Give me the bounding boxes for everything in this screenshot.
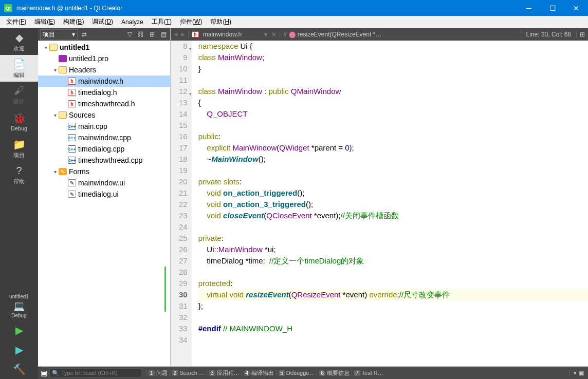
mode-edit[interactable]: 📄编辑 xyxy=(0,55,38,82)
cpp-icon: c++ xyxy=(68,157,76,164)
sidebar-header: 项目▾ ⇄ ▽ ⛓ ⊞ ▤ xyxy=(38,28,170,41)
menu-文件F[interactable]: 文件(F) xyxy=(2,16,30,28)
tree-item-timeshowthread.h[interactable]: htimeshowthread.h xyxy=(38,98,170,109)
locator-input[interactable]: 🔍 Type to locate (Ctrl+K) xyxy=(49,368,142,377)
tree-item-mainwindow.cpp[interactable]: c++mainwindow.cpp xyxy=(38,132,170,143)
locator-placeholder: Type to locate (Ctrl+K) xyxy=(61,370,118,376)
panel-close-icon[interactable]: ▣ xyxy=(579,370,584,376)
project-tree[interactable]: ▾untitled1untitled1.pro▾Headershmainwind… xyxy=(38,41,170,366)
tree-item-timedialog.h[interactable]: htimedialog.h xyxy=(38,87,170,98)
split-icon[interactable]: ▤ xyxy=(159,30,168,39)
toggle-sidebar-button[interactable]: ▣ xyxy=(38,369,49,377)
app-icon: Qt xyxy=(4,4,12,12)
maximize-button[interactable]: ☐ xyxy=(541,0,564,16)
folder-icon xyxy=(49,44,58,51)
link-icon[interactable]: ⛓ xyxy=(136,30,145,39)
file-icon: h xyxy=(192,31,199,37)
ui-icon: ✎ xyxy=(68,191,76,198)
output-pane-2[interactable]: 2Search … xyxy=(170,369,207,377)
menu-调试D[interactable]: 调试(D) xyxy=(88,16,117,28)
tree-item-timeshowthread.cpp[interactable]: c++timeshowthread.cpp xyxy=(38,155,170,166)
sidebar-view-selector[interactable]: 项目▾ xyxy=(40,29,78,40)
menu-bar: 文件(F)编辑(E)构建(B)调试(D)Analyze工具(T)控件(W)帮助(… xyxy=(0,16,588,28)
sidebar-title: 项目 xyxy=(43,30,55,39)
output-pane-4[interactable]: 4编译输出 xyxy=(242,369,277,377)
menu-编辑E[interactable]: 编辑(E) xyxy=(30,16,59,28)
mode-help[interactable]: ?帮助 xyxy=(0,162,38,188)
build-button[interactable]: 🔨 xyxy=(0,359,38,379)
tree-item-Headers[interactable]: ▾Headers xyxy=(38,64,170,75)
mode-projects[interactable]: 📁项目 xyxy=(0,135,38,162)
status-bar: ▣ 🔍 Type to locate (Ctrl+K) 1问题2Search …… xyxy=(38,367,588,379)
form-icon: ✎ xyxy=(59,168,67,175)
editor-header: ◄ ► h mainwindow.h ▾ ✕ # ⬤ resizeEvent(Q… xyxy=(171,28,588,41)
tree-item-main.cpp[interactable]: c++main.cpp xyxy=(38,121,170,132)
folder-icon xyxy=(59,66,67,73)
output-pane-3[interactable]: 3应用程… xyxy=(207,369,242,377)
mode-debug[interactable]: 🐞Debug xyxy=(0,108,38,135)
close-button[interactable]: ✕ xyxy=(564,0,588,16)
file-close-icon[interactable]: ✕ xyxy=(271,31,277,38)
kit-name: untitled1 xyxy=(0,294,38,299)
output-pane-6[interactable]: 6概要信息 xyxy=(317,369,352,377)
menu-构建B[interactable]: 构建(B) xyxy=(59,16,88,28)
nav-fwd-icon[interactable]: ► xyxy=(180,31,186,38)
tree-item-mainwindow.ui[interactable]: ✎mainwindow.ui xyxy=(38,177,170,188)
h-icon: h xyxy=(68,78,76,85)
cpp-icon: c++ xyxy=(68,134,76,141)
ui-icon: ✎ xyxy=(68,179,76,186)
tree-item-untitled1.pro[interactable]: untitled1.pro xyxy=(38,53,170,64)
current-symbol: resizeEvent(QResizeEvent *… xyxy=(298,31,381,38)
tree-item-Sources[interactable]: ▾Sources xyxy=(38,109,170,121)
split-editor-icon[interactable]: ⊞ xyxy=(580,31,585,38)
window-title: mainwindow.h @ untitled1 - Qt Creator xyxy=(16,5,517,12)
open-file-selector[interactable]: h mainwindow.h ▾ ✕ xyxy=(188,31,280,38)
panel-menu-icon[interactable]: ▾ xyxy=(574,370,577,376)
symbol-selector[interactable]: # ⬤ resizeEvent(QResizeEvent *… xyxy=(280,31,520,38)
output-pane-7[interactable]: 7Test R… xyxy=(352,369,385,377)
output-pane-5[interactable]: 5Debugge… xyxy=(276,369,317,377)
cpp-icon: c++ xyxy=(68,123,76,130)
kit-config: Debug xyxy=(0,313,38,318)
h-icon: h xyxy=(68,89,76,96)
menu-工具T[interactable]: 工具(T) xyxy=(148,16,176,28)
menu-控件W[interactable]: 控件(W) xyxy=(176,16,206,28)
sync-icon[interactable]: ⇄ xyxy=(80,30,89,39)
search-icon: 🔍 xyxy=(52,370,59,376)
folder-icon xyxy=(59,111,67,119)
kit-selector[interactable]: untitled1 💻 Debug xyxy=(0,292,38,320)
editor-pane: ◄ ► h mainwindow.h ▾ ✕ # ⬤ resizeEvent(Q… xyxy=(171,28,588,366)
menu-Analyze[interactable]: Analyze xyxy=(117,17,148,27)
tree-item-untitled1[interactable]: ▾untitled1 xyxy=(38,42,170,53)
mode-welcome[interactable]: ◆欢迎 xyxy=(0,28,38,55)
cpp-icon: c++ xyxy=(68,145,76,153)
cursor-position[interactable]: Line: 30, Col: 68 xyxy=(521,31,576,38)
code-text[interactable]: namespace Ui {class MainWindow;} class M… xyxy=(192,41,588,366)
nav-back-icon[interactable]: ◄ xyxy=(173,31,179,38)
mode-bar: ◆欢迎📄编辑🖌设计🐞Debug📁项目?帮助 untitled1 💻 Debug … xyxy=(0,28,38,379)
minimize-button[interactable]: ─ xyxy=(517,0,541,16)
tree-item-mainwindow.h[interactable]: hmainwindow.h xyxy=(38,75,170,87)
debug-run-button[interactable]: ▶ xyxy=(0,340,38,359)
current-filename: mainwindow.h xyxy=(203,31,242,38)
code-editor[interactable]: 8▾9101112▾131415161718192021222324252627… xyxy=(171,41,588,366)
run-button[interactable]: ▶ xyxy=(0,320,38,340)
h-icon: h xyxy=(68,100,76,107)
tree-item-timedialog.cpp[interactable]: c++timedialog.cpp xyxy=(38,143,170,155)
title-bar: Qt mainwindow.h @ untitled1 - Qt Creator… xyxy=(0,0,588,16)
add-icon[interactable]: ⊞ xyxy=(148,30,157,39)
tree-item-timedialog.ui[interactable]: ✎timedialog.ui xyxy=(38,188,170,200)
line-gutter[interactable]: 8▾9101112▾131415161718192021222324252627… xyxy=(171,41,192,366)
mode-design[interactable]: 🖌设计 xyxy=(0,82,38,108)
output-pane-1[interactable]: 1问题 xyxy=(146,369,170,377)
project-sidebar: 项目▾ ⇄ ▽ ⛓ ⊞ ▤ ▾untitled1untitled1.pro▾He… xyxy=(38,28,171,366)
tree-item-Forms[interactable]: ▾✎Forms xyxy=(38,166,170,177)
filter-icon[interactable]: ▽ xyxy=(125,30,134,39)
menu-帮助H[interactable]: 帮助(H) xyxy=(206,16,235,28)
pro-icon xyxy=(59,55,67,62)
